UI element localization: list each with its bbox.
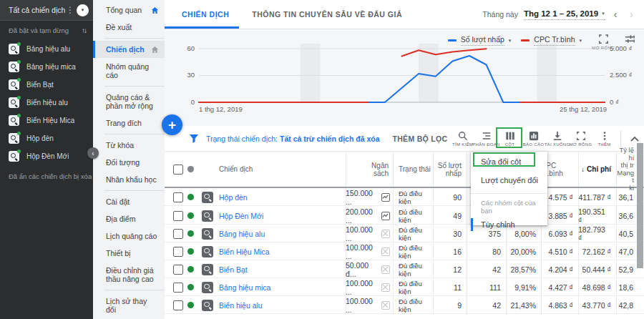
- expand-tool[interactable]: MỞ RỘNG: [569, 131, 592, 147]
- menu-item-demographics[interactable]: Nhân khẩu học: [93, 171, 165, 188]
- campaign-link[interactable]: Bảng hiệu alu: [219, 225, 265, 242]
- row-status-dot: [187, 242, 194, 260]
- row-checkbox[interactable]: [173, 278, 183, 296]
- legend-cpc[interactable]: CPC Tr.bình ▾: [521, 32, 582, 46]
- row-checkbox[interactable]: [173, 225, 183, 242]
- cpc-cell: 4.510 ₫: [541, 242, 573, 260]
- budget-cell[interactable]: 150.000 ...: [346, 188, 390, 206]
- budget-cell[interactable]: 50.000 đ...: [346, 260, 390, 278]
- header-campaign[interactable]: Chiến dịch: [219, 152, 253, 187]
- menu-item-change-history[interactable]: Lịch sử thay đổi: [93, 293, 165, 318]
- columns-tool[interactable]: CỘT: [498, 131, 522, 147]
- budget-cell[interactable]: 100.000 ...: [346, 225, 390, 242]
- download-tool[interactable]: TẢI XUỐNG: [545, 131, 569, 147]
- menu-item-ad-schedule[interactable]: Lịch quảng cáo: [93, 227, 165, 245]
- sort-icon[interactable]: ↑↓: [82, 26, 86, 34]
- campaign-link[interactable]: Biển hiệu alu: [219, 296, 263, 314]
- kebab-menu-icon[interactable]: ⋮: [65, 5, 75, 15]
- campaign-list-item[interactable]: Biển Bạt: [0, 76, 93, 94]
- segment-tool[interactable]: PHÂN ĐOẠN: [474, 131, 498, 147]
- budget-cell[interactable]: 200.000 ...: [346, 207, 390, 225]
- search-campaign-icon: [202, 228, 213, 240]
- menu-item-devices[interactable]: Thiết bị: [93, 245, 165, 262]
- row-checkbox[interactable]: [173, 242, 183, 260]
- campaign-list-item[interactable]: Biển Hiệu Mica: [0, 112, 93, 129]
- table-row[interactable]: Biển Hiệu Mica 100.000 ... Đủ điều kiện …: [165, 242, 644, 260]
- hidden-deleted-campaigns-label[interactable]: Đã ẩn các chiến dịch bị xóa: [0, 165, 93, 187]
- vertical-scrollbar-thumb[interactable]: [637, 143, 643, 268]
- menu-item-label: Đề xuất: [106, 23, 159, 31]
- budget-cell[interactable]: 100.000 ...: [346, 242, 390, 260]
- header-cost-sorted[interactable]: ↓ Chi phí: [578, 152, 611, 187]
- campaign-list-item[interactable]: Bảng hiệu alu: [0, 40, 93, 58]
- menu-item-conversions[interactable]: Lượt chuyển đổi: [471, 169, 547, 189]
- header-clicks[interactable]: Số lượt nhấp: [433, 152, 462, 187]
- table-row[interactable]: Biển Bạt 50.000 đ... Đủ điều kiện 12 42 …: [165, 260, 644, 278]
- menu-item-advanced-bid-adj[interactable]: Điều chỉnh giá thầu nâng cao: [93, 262, 165, 288]
- tab-campaigns[interactable]: CHIẾN DỊCH: [165, 0, 239, 29]
- table-row[interactable]: Bảng hiệu alu 100.000 ... Đủ điều kiện 3…: [165, 225, 644, 242]
- select-all-checkbox[interactable]: [173, 152, 183, 187]
- table-row[interactable]: Bảng hiệu mica 100.000 ... Đủ điều kiện …: [165, 278, 644, 296]
- row-checkbox[interactable]: [173, 296, 183, 314]
- row-checkbox[interactable]: [173, 207, 183, 225]
- filter-funnel-icon[interactable]: [189, 134, 199, 144]
- chart-expand-button[interactable]: MỞ RỘNG: [592, 32, 615, 50]
- cpc-cell: 4.427 ₫: [541, 278, 573, 296]
- campaign-list-item[interactable]: Biển hiệu alu: [0, 94, 93, 112]
- tool-label: TÌM KIẾM: [452, 142, 473, 147]
- campaign-list-item[interactable]: Bảng hiệu mica: [0, 58, 93, 76]
- tool-label: PHÂN ĐOẠN: [472, 142, 499, 147]
- chart-legend: Số lượt nhấp ▾ CPC Tr.bình ▾ MỞ RỘNG: [448, 32, 635, 50]
- budget-cell[interactable]: 100.000 ...: [346, 296, 390, 314]
- tab-auction-insights[interactable]: THÔNG TIN CHUYÊN SÂU VỀ ĐẤU GIÁ: [239, 0, 415, 29]
- table-row[interactable]: Biển hiệu alu 100.000 ... Đủ điều kiện 9…: [165, 296, 644, 314]
- date-next-button[interactable]: ›: [626, 9, 637, 20]
- menu-divider: [104, 86, 165, 87]
- campaign-link[interactable]: Bảng hiệu mica: [219, 278, 270, 296]
- menu-divider: [104, 190, 165, 191]
- more-tool[interactable]: THÊM: [592, 131, 616, 147]
- campaign-link[interactable]: Hộp Đèn Mới: [219, 207, 263, 225]
- header-budget[interactable]: Ngân sách: [346, 152, 389, 187]
- row-checkbox[interactable]: [173, 188, 183, 206]
- collapse-sidebar-button[interactable]: ‹: [87, 147, 99, 159]
- search-campaign-icon: [9, 151, 19, 162]
- status-cell: Đủ điều kiện: [399, 260, 433, 278]
- date-range-picker[interactable]: Thg 12 1 – 25, 2019 ▾: [524, 9, 605, 20]
- menu-item-custom[interactable]: Tùy chỉnh: [471, 216, 547, 233]
- right-axis-tick: 0 ₫: [610, 98, 619, 106]
- campaign-link[interactable]: Hộp đèn: [219, 188, 248, 206]
- legend-clicks[interactable]: Số lượt nhấp ▾: [448, 32, 512, 46]
- campaign-status-filter[interactable]: Trạng thái chiến dịch:Tất cả trừ chiến d…: [206, 134, 380, 143]
- menu-item-settings[interactable]: Cài đặt: [93, 193, 165, 210]
- menu-item-audiences[interactable]: Đối tượng: [93, 154, 165, 171]
- campaign-link[interactable]: Biển Hiệu Mica: [219, 242, 270, 260]
- budget-cell[interactable]: 100.000 ...: [346, 278, 390, 296]
- table-row[interactable]: Hộp đèn 150.000 ... Đủ điều kiện 90 4.57…: [165, 188, 644, 206]
- menu-item-ads-extensions[interactable]: Quảng cáo & phần mở rộng: [93, 89, 165, 114]
- menu-item-locations[interactable]: Địa điểm: [93, 210, 165, 227]
- menu-item-overview[interactable]: Tổng quan: [93, 1, 165, 19]
- add-filter-button[interactable]: THÊM BỘ LỌC: [393, 134, 448, 143]
- clicks-cell: 12: [433, 260, 462, 278]
- campaign-list-item[interactable]: Hộp Đèn Mới: [0, 147, 93, 165]
- menu-item-modify-columns[interactable]: Sửa đổi cột: [471, 152, 547, 169]
- add-campaign-fab[interactable]: +: [162, 114, 182, 135]
- menu-item-recommendations[interactable]: Đề xuất: [93, 19, 165, 36]
- campaign-list-item[interactable]: Hộp đèn: [0, 129, 93, 147]
- collapse-header-button[interactable]: ▼: [77, 4, 89, 16]
- adjust-chart-button[interactable]: [625, 32, 635, 44]
- date-prev-button[interactable]: ‹: [610, 9, 621, 20]
- menu-item-campaigns[interactable]: Chiến dịch: [93, 41, 165, 58]
- search-tool[interactable]: TÌM KIẾM: [451, 131, 474, 147]
- row-checkbox[interactable]: [173, 260, 183, 278]
- reports-tool[interactable]: BÁO CÁO: [522, 131, 545, 147]
- menu-item-keywords[interactable]: Từ khóa: [93, 137, 165, 154]
- collapse-panel-button[interactable]: [625, 136, 644, 142]
- campaign-link[interactable]: Biển Bạt: [219, 260, 248, 278]
- header-status[interactable]: Trạng thái: [399, 152, 431, 187]
- menu-item-landing-pages[interactable]: Trang đích: [93, 114, 165, 132]
- menu-item-ad-groups[interactable]: Nhóm quảng cáo: [93, 58, 165, 84]
- table-row[interactable]: Hộp Đèn Mới 200.000 ... Đủ điều kiện 49 …: [165, 207, 644, 225]
